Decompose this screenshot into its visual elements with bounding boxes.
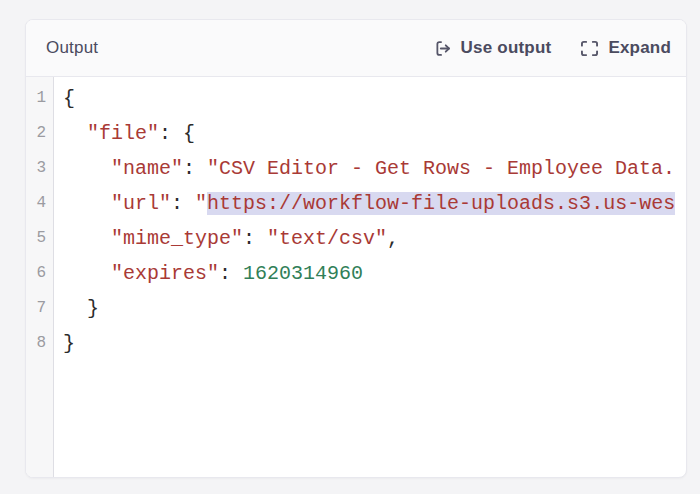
line-number-gutter: 12345678 bbox=[26, 77, 54, 477]
code-line[interactable]: } bbox=[63, 291, 686, 326]
code-token bbox=[63, 157, 111, 180]
code-token bbox=[63, 122, 87, 145]
code-token: "CSV Editor - Get Rows - Employee Data. bbox=[207, 157, 675, 180]
line-number: 5 bbox=[26, 221, 46, 256]
code-token bbox=[63, 192, 111, 215]
use-output-icon bbox=[433, 39, 452, 58]
code-token: "file" bbox=[87, 122, 159, 145]
line-number: 7 bbox=[26, 291, 46, 326]
code-token: "text/csv" bbox=[267, 227, 387, 250]
code-line[interactable]: "url": "https://workflow-file-uploads.s3… bbox=[63, 186, 686, 221]
expand-button[interactable]: Expand bbox=[580, 38, 671, 58]
code-token: , bbox=[387, 227, 399, 250]
code-token: "url" bbox=[111, 192, 171, 215]
code-token: "mime_type" bbox=[111, 227, 243, 250]
code-token: { bbox=[63, 87, 75, 110]
code-token: } bbox=[87, 297, 99, 320]
panel-title: Output bbox=[46, 38, 98, 58]
use-output-label: Use output bbox=[461, 38, 552, 58]
code-token: "name" bbox=[111, 157, 183, 180]
highlighted-url-text: https://workflow-file-uploads.s3.us-wes bbox=[207, 192, 675, 215]
code-token bbox=[63, 297, 87, 320]
code-line[interactable]: "file": { bbox=[63, 116, 686, 151]
code-token: : bbox=[171, 192, 195, 215]
code-line[interactable]: "mime_type": "text/csv", bbox=[63, 221, 686, 256]
code-token: " bbox=[195, 192, 207, 215]
code-lines[interactable]: { "file": { "name": "CSV Editor - Get Ro… bbox=[54, 77, 686, 477]
code-token bbox=[63, 262, 111, 285]
expand-label: Expand bbox=[608, 38, 671, 58]
expand-icon bbox=[580, 40, 599, 57]
code-token: : bbox=[243, 227, 267, 250]
code-token: : bbox=[219, 262, 243, 285]
line-number: 1 bbox=[26, 81, 46, 116]
code-line[interactable]: "expires": 1620314960 bbox=[63, 256, 686, 291]
code-line[interactable]: } bbox=[63, 326, 686, 361]
line-number: 4 bbox=[26, 186, 46, 221]
code-token: "expires" bbox=[111, 262, 219, 285]
use-output-button[interactable]: Use output bbox=[433, 38, 552, 58]
code-token: 1620314960 bbox=[243, 262, 363, 285]
code-token: } bbox=[63, 332, 75, 355]
code-line[interactable]: { bbox=[63, 81, 686, 116]
line-number: 3 bbox=[26, 151, 46, 186]
line-number: 8 bbox=[26, 326, 46, 361]
code-token: : { bbox=[159, 122, 195, 145]
line-number: 2 bbox=[26, 116, 46, 151]
code-editor[interactable]: 12345678 { "file": { "name": "CSV Editor… bbox=[26, 77, 686, 477]
header-actions: Use output Expand bbox=[433, 38, 671, 58]
line-number: 6 bbox=[26, 256, 46, 291]
code-token bbox=[63, 227, 111, 250]
panel-header: Output Use output bbox=[26, 20, 686, 77]
code-line[interactable]: "name": "CSV Editor - Get Rows - Employe… bbox=[63, 151, 686, 186]
code-token: : bbox=[183, 157, 207, 180]
output-panel: Output Use output bbox=[25, 19, 687, 478]
